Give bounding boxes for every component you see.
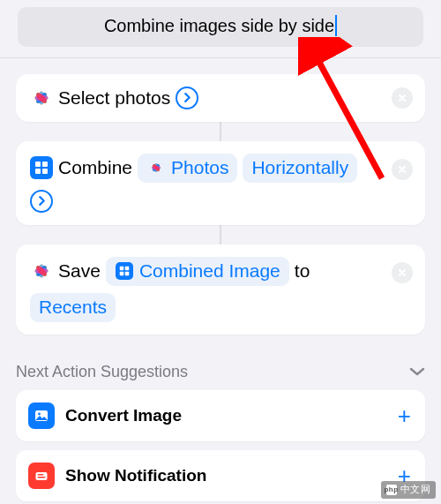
suggestion-convert-image[interactable]: Convert Image + bbox=[16, 390, 425, 441]
watermark: php 中文网 bbox=[381, 481, 437, 499]
text-cursor bbox=[335, 15, 337, 36]
svg-rect-34 bbox=[36, 472, 48, 480]
connector-line bbox=[220, 225, 221, 244]
expand-icon[interactable] bbox=[30, 190, 53, 213]
suggestions-title: Next Action Suggestions bbox=[16, 363, 188, 381]
combine-action-icon bbox=[115, 261, 134, 281]
suggestions-header[interactable]: Next Action Suggestions bbox=[0, 342, 441, 390]
svg-rect-35 bbox=[38, 474, 44, 476]
chevron-down-icon bbox=[409, 363, 425, 381]
suggestions-list: Convert Image + Show Notification + bbox=[0, 390, 441, 501]
combine-action-icon bbox=[30, 156, 53, 179]
svg-point-33 bbox=[38, 412, 41, 415]
save-input-chip[interactable]: Combined Image bbox=[106, 257, 289, 286]
photos-app-icon bbox=[30, 87, 53, 109]
chip-label: Photos bbox=[171, 157, 228, 178]
delete-action-button[interactable] bbox=[392, 159, 413, 180]
svg-rect-8 bbox=[35, 162, 41, 167]
svg-rect-36 bbox=[38, 477, 46, 478]
suggestion-label: Show Notification bbox=[65, 466, 206, 485]
expand-icon[interactable] bbox=[176, 87, 198, 109]
title-bar: Combine images side by side bbox=[0, 0, 441, 58]
photos-app-icon bbox=[146, 158, 166, 177]
chip-label: Combined Image bbox=[139, 260, 280, 282]
photos-app-icon bbox=[30, 260, 53, 282]
add-suggestion-button[interactable]: + bbox=[398, 402, 411, 429]
image-icon bbox=[28, 402, 55, 429]
chip-label: Horizontally bbox=[251, 157, 348, 178]
action-save-to-album[interactable]: Save Combined Image to Recents bbox=[16, 244, 425, 335]
svg-rect-28 bbox=[120, 266, 124, 270]
chip-label: Recents bbox=[39, 297, 107, 318]
action-combine-images[interactable]: Combine bbox=[16, 141, 425, 225]
delete-action-button[interactable] bbox=[392, 262, 413, 283]
watermark-text: 中文网 bbox=[400, 483, 431, 496]
combine-verb: Combine bbox=[58, 157, 132, 178]
action-label: Select photos bbox=[58, 87, 170, 109]
combine-mode-chip[interactable]: Horizontally bbox=[243, 154, 357, 183]
svg-rect-11 bbox=[42, 169, 48, 174]
svg-rect-31 bbox=[125, 271, 130, 275]
shortcut-name-input[interactable]: Combine images side by side bbox=[18, 7, 423, 47]
notification-icon bbox=[28, 463, 55, 489]
save-verb: Save bbox=[58, 260, 101, 282]
svg-rect-10 bbox=[35, 169, 41, 174]
suggestion-show-notification[interactable]: Show Notification + bbox=[16, 450, 425, 501]
to-word: to bbox=[295, 260, 310, 282]
actions-container: Select photos Combine bbox=[0, 58, 441, 342]
connector-line bbox=[220, 122, 221, 141]
svg-rect-30 bbox=[120, 271, 124, 275]
svg-rect-9 bbox=[42, 162, 48, 167]
combine-input-chip[interactable]: Photos bbox=[138, 154, 237, 183]
action-select-photos[interactable]: Select photos bbox=[16, 74, 425, 122]
php-logo-icon: php bbox=[386, 485, 397, 495]
delete-action-button[interactable] bbox=[392, 87, 413, 109]
svg-rect-29 bbox=[125, 266, 130, 270]
save-album-chip[interactable]: Recents bbox=[30, 293, 116, 322]
suggestion-label: Convert Image bbox=[65, 406, 182, 425]
shortcut-name-text: Combine images side by side bbox=[104, 16, 334, 35]
